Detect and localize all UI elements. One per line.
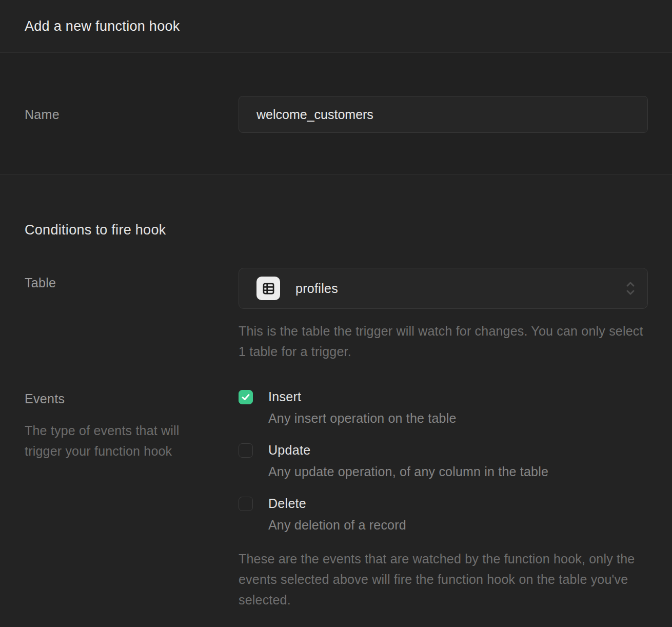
- delete-checkbox[interactable]: [239, 497, 253, 511]
- table-field: profiles This is the table the trigger w…: [239, 268, 648, 362]
- check-icon: [241, 393, 250, 402]
- events-help-text: These are the events that are watched by…: [239, 548, 648, 610]
- table-icon: [256, 277, 280, 300]
- event-option-update: Update Any update operation, of any colu…: [239, 442, 648, 479]
- events-options: Insert Any insert operation on the table…: [239, 388, 648, 610]
- event-option-delete: Delete Any deletion of a record: [239, 495, 648, 533]
- table-help-text: This is the table the trigger will watch…: [239, 321, 648, 362]
- event-option-insert: Insert Any insert operation on the table: [239, 388, 648, 426]
- table-label: Table: [25, 268, 239, 362]
- events-description: The type of events that will trigger you…: [25, 420, 209, 461]
- insert-description: Any insert operation on the table: [268, 410, 648, 426]
- table-select[interactable]: profiles: [239, 268, 648, 309]
- insert-checkbox[interactable]: [239, 390, 253, 404]
- events-left-column: Events The type of events that will trig…: [25, 388, 239, 610]
- name-label: Name: [25, 107, 239, 122]
- conditions-section: Conditions to fire hook Table profiles: [0, 175, 672, 627]
- page-title: Add a new function hook: [25, 18, 180, 34]
- chevron-up-down-icon: [625, 281, 636, 296]
- table-select-value: profiles: [295, 281, 338, 296]
- delete-label[interactable]: Delete: [268, 495, 648, 512]
- events-field-row: Events The type of events that will trig…: [0, 388, 672, 610]
- update-description: Any update operation, of any column in t…: [268, 464, 648, 479]
- insert-label[interactable]: Insert: [268, 388, 648, 405]
- add-function-hook-panel: Add a new function hook Name Conditions …: [0, 0, 672, 627]
- conditions-heading: Conditions to fire hook: [0, 222, 672, 238]
- name-section: Name: [0, 53, 672, 175]
- name-input[interactable]: [239, 96, 648, 133]
- panel-header: Add a new function hook: [0, 0, 672, 53]
- table-field-row: Table profiles: [0, 268, 672, 362]
- delete-description: Any deletion of a record: [268, 517, 648, 533]
- events-label: Events: [25, 391, 239, 406]
- update-checkbox[interactable]: [239, 443, 253, 458]
- update-label[interactable]: Update: [268, 442, 648, 458]
